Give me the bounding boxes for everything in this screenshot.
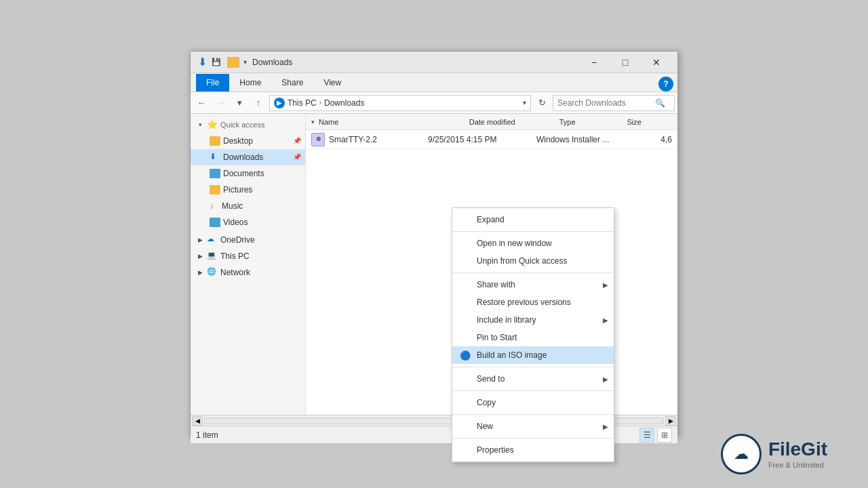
title-bar-icons: ⬇ 💾 ▾ xyxy=(196,56,248,68)
search-icon: 🔍 xyxy=(655,98,665,108)
dropdown-button[interactable]: ▾ xyxy=(231,95,248,111)
sidebar-pictures[interactable]: Pictures xyxy=(191,182,305,198)
col-header-date[interactable]: Date modified xyxy=(469,118,559,126)
file-icon-msi: ⚙ xyxy=(311,133,325,146)
scroll-left-button[interactable]: ◀ xyxy=(192,416,203,426)
title-bar: ⬇ 💾 ▾ Downloads − □ ✕ xyxy=(191,52,677,73)
watermark: ☁ FileGit Free & Unlimited xyxy=(721,434,827,474)
ctx-expand[interactable]: Expand xyxy=(452,211,614,228)
ctx-separator-6 xyxy=(452,438,614,439)
context-menu: Expand Open in new window Unpin from Qui… xyxy=(452,207,614,462)
sidebar-music[interactable]: ♪ Music xyxy=(191,198,305,214)
ctx-expand-label: Expand xyxy=(477,215,505,224)
ctx-properties[interactable]: Properties xyxy=(452,441,614,459)
ctx-build-iso[interactable]: 🔵 Build an ISO image xyxy=(452,346,614,364)
pin-icon-dl: 📌 xyxy=(293,153,301,161)
ctx-include-lib-arrow: ▶ xyxy=(603,317,608,324)
ctx-restore[interactable]: Restore previous versions xyxy=(452,293,614,311)
details-view-button[interactable]: ☰ xyxy=(639,428,654,443)
file-name: SmarTTY-2.2 xyxy=(329,135,428,144)
sidebar-desktop[interactable]: Desktop 📌 xyxy=(191,133,305,149)
ctx-copy[interactable]: Copy xyxy=(452,394,614,411)
ctx-separator-4 xyxy=(452,390,614,391)
view-controls: ☰ ⊞ xyxy=(639,428,672,443)
watermark-subtitle: Free & Unlimited xyxy=(768,459,827,469)
download-arrow-icon: ⬇ xyxy=(196,56,208,68)
ctx-send-to-label: Send to xyxy=(477,374,505,384)
desktop-folder-icon xyxy=(210,136,220,146)
ctx-open-new-window[interactable]: Open in new window xyxy=(452,235,614,252)
onedrive-expand-icon: ▶ xyxy=(196,236,204,244)
expand-icon: ▾ xyxy=(196,121,204,129)
sidebar-documents-label: Documents xyxy=(223,169,264,178)
sidebar-network[interactable]: ▶ 🌐 Network xyxy=(191,264,305,281)
pictures-folder-icon xyxy=(210,185,220,195)
search-box[interactable]: 🔍 xyxy=(553,95,675,111)
large-icons-view-button[interactable]: ⊞ xyxy=(657,428,672,443)
watermark-logo-icon: ☁ xyxy=(734,445,749,463)
ctx-new-label: New xyxy=(477,422,493,431)
sidebar: ▾ ⭐ Quick access Desktop 📌 ⬇ Downloads 📌… xyxy=(191,114,306,415)
ctx-share-with-arrow: ▶ xyxy=(603,281,608,289)
sidebar-thispc-label: This PC xyxy=(220,251,250,261)
col-header-type[interactable]: Type xyxy=(559,118,627,126)
path-dropdown-icon[interactable]: ▾ xyxy=(523,99,526,106)
tab-home[interactable]: Home xyxy=(229,74,271,92)
ctx-pin-start-label: Pin to Start xyxy=(477,333,517,342)
file-size: 4,6 xyxy=(618,135,672,144)
up-button[interactable]: ↑ xyxy=(250,95,267,111)
quick-save-icon: 💾 xyxy=(211,57,222,68)
msi-icon: ⚙ xyxy=(311,133,325,146)
ctx-send-to[interactable]: Send to ▶ xyxy=(452,370,614,388)
ctx-build-iso-label: Build an ISO image xyxy=(477,350,547,360)
help-button[interactable]: ? xyxy=(658,77,673,92)
sidebar-quick-access[interactable]: ▾ ⭐ Quick access xyxy=(191,117,305,133)
path-downloads: Downloads xyxy=(324,98,364,108)
thispc-expand-icon: ▶ xyxy=(196,252,204,260)
network-icon: 🌐 xyxy=(207,267,218,278)
sidebar-videos[interactable]: Videos xyxy=(191,214,305,230)
title-chevron-icon: ▾ xyxy=(242,58,248,66)
tab-view[interactable]: View xyxy=(313,74,351,92)
search-input[interactable] xyxy=(557,98,652,108)
videos-folder-icon xyxy=(210,218,220,227)
col-name-label: Name xyxy=(319,118,338,126)
ribbon-tabs: File Home Share View ? xyxy=(191,73,677,92)
ctx-new[interactable]: New ▶ xyxy=(452,418,614,435)
scroll-right-button[interactable]: ▶ xyxy=(665,416,676,426)
sidebar-thispc[interactable]: ▶ 💻 This PC xyxy=(191,248,305,264)
forward-button[interactable]: → xyxy=(212,95,229,111)
sidebar-quick-access-label: Quick access xyxy=(220,121,264,129)
back-button[interactable]: ← xyxy=(193,95,210,111)
address-path[interactable]: ▶ This PC › Downloads ▾ xyxy=(269,95,531,111)
file-row-smartty[interactable]: ⚙ SmarTTY-2.2 9/25/2015 4:15 PM Windows … xyxy=(306,130,677,149)
sidebar-documents[interactable]: Documents xyxy=(191,165,305,182)
ctx-include-lib[interactable]: Include in library ▶ xyxy=(452,311,614,329)
downloads-icon: ⬇ xyxy=(210,152,220,163)
watermark-logo: ☁ xyxy=(721,434,762,474)
col-header-size[interactable]: Size xyxy=(627,118,673,126)
music-icon: ♪ xyxy=(210,201,219,211)
col-header-name[interactable]: ▾ Name xyxy=(311,118,469,126)
refresh-button[interactable]: ↻ xyxy=(534,95,550,111)
ctx-separator-5 xyxy=(452,414,614,415)
tab-file[interactable]: File xyxy=(196,74,229,92)
maximize-button[interactable]: □ xyxy=(610,52,641,73)
sidebar-onedrive[interactable]: ▶ ☁ OneDrive xyxy=(191,232,305,248)
ctx-share-with[interactable]: Share with ▶ xyxy=(452,276,614,293)
close-button[interactable]: ✕ xyxy=(641,52,672,73)
sidebar-desktop-label: Desktop xyxy=(223,136,253,146)
sidebar-downloads[interactable]: ⬇ Downloads 📌 xyxy=(191,149,305,165)
col-size-label: Size xyxy=(627,118,642,126)
path-separator-icon: › xyxy=(319,99,321,106)
ctx-restore-label: Restore previous versions xyxy=(477,298,571,307)
quick-access-section: ▾ ⭐ Quick access Desktop 📌 ⬇ Downloads 📌… xyxy=(191,117,305,230)
file-type: Windows Installer ... xyxy=(536,135,618,144)
ctx-pin-start[interactable]: Pin to Start xyxy=(452,329,614,346)
ctx-unpin[interactable]: Unpin from Quick access xyxy=(452,252,614,270)
tab-share[interactable]: Share xyxy=(271,74,313,92)
network-expand-icon: ▶ xyxy=(196,268,204,277)
ctx-separator-1 xyxy=(452,231,614,232)
explorer-window: ⬇ 💾 ▾ Downloads − □ ✕ File Home Share Vi… xyxy=(190,51,678,437)
minimize-button[interactable]: − xyxy=(578,52,610,73)
